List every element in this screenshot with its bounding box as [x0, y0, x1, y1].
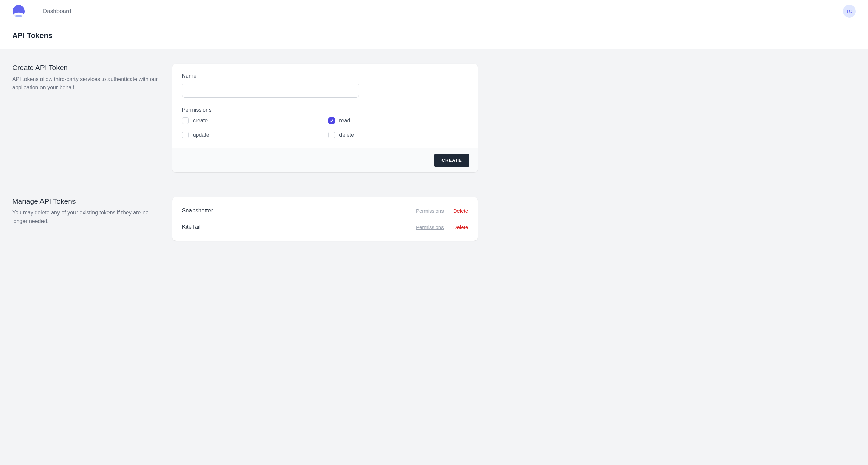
permission-delete[interactable]: delete [328, 132, 468, 138]
token-actions: PermissionsDelete [416, 208, 468, 214]
token-name: KiteTail [182, 224, 201, 230]
page-content: Create API Token API tokens allow third-… [0, 49, 490, 255]
create-token-card: Name Permissions createreadupdatedelete … [172, 64, 478, 172]
manage-tokens-intro: Manage API Tokens You may delete any of … [12, 197, 165, 226]
token-permissions-link[interactable]: Permissions [416, 224, 444, 230]
permissions-grid: createreadupdatedelete [182, 117, 468, 138]
user-initials: TO [846, 8, 852, 14]
manage-tokens-heading: Manage API Tokens [12, 197, 165, 205]
name-input[interactable] [182, 83, 360, 98]
token-delete-link[interactable]: Delete [453, 224, 468, 230]
create-token-form: Name Permissions createreadupdatedelete [172, 64, 478, 148]
manage-tokens-card: SnapshotterPermissionsDeleteKiteTailPerm… [172, 197, 478, 241]
app-logo[interactable] [12, 5, 25, 18]
page-header: API Tokens [0, 22, 868, 49]
permission-read-label: read [339, 118, 350, 124]
token-list: SnapshotterPermissionsDeleteKiteTailPerm… [172, 197, 478, 241]
create-token-section: Create API Token API tokens allow third-… [12, 64, 478, 172]
permission-create-checkbox[interactable] [182, 117, 189, 124]
permission-delete-label: delete [339, 132, 354, 138]
section-divider [12, 185, 478, 185]
token-delete-link[interactable]: Delete [453, 208, 468, 214]
permission-create-label: create [193, 118, 208, 124]
permission-update-checkbox[interactable] [182, 132, 189, 138]
permission-read-checkbox[interactable] [328, 117, 335, 124]
permission-update-label: update [193, 132, 210, 138]
permission-update[interactable]: update [182, 132, 322, 138]
create-button[interactable]: Create [434, 154, 469, 167]
create-token-description: API tokens allow third-party services to… [12, 75, 165, 92]
topbar-left: Dashboard [12, 5, 71, 18]
create-token-intro: Create API Token API tokens allow third-… [12, 64, 165, 92]
logo-icon [12, 5, 25, 18]
user-avatar[interactable]: TO [843, 5, 856, 18]
name-label: Name [182, 73, 468, 79]
permission-create[interactable]: create [182, 117, 322, 124]
manage-tokens-section: Manage API Tokens You may delete any of … [12, 197, 478, 241]
token-actions: PermissionsDelete [416, 224, 468, 230]
create-token-heading: Create API Token [12, 64, 165, 72]
permissions-label: Permissions [182, 107, 468, 113]
permission-read[interactable]: read [328, 117, 468, 124]
token-row: KiteTailPermissionsDelete [182, 219, 468, 235]
token-permissions-link[interactable]: Permissions [416, 208, 444, 214]
nav-dashboard[interactable]: Dashboard [43, 8, 71, 15]
check-icon [330, 119, 334, 123]
create-token-footer: Create [172, 148, 478, 172]
topbar: Dashboard TO [0, 0, 868, 22]
token-name: Snapshotter [182, 207, 213, 214]
manage-tokens-description: You may delete any of your existing toke… [12, 209, 165, 226]
permission-delete-checkbox[interactable] [328, 132, 335, 138]
token-row: SnapshotterPermissionsDelete [182, 203, 468, 219]
page-title: API Tokens [12, 31, 856, 40]
